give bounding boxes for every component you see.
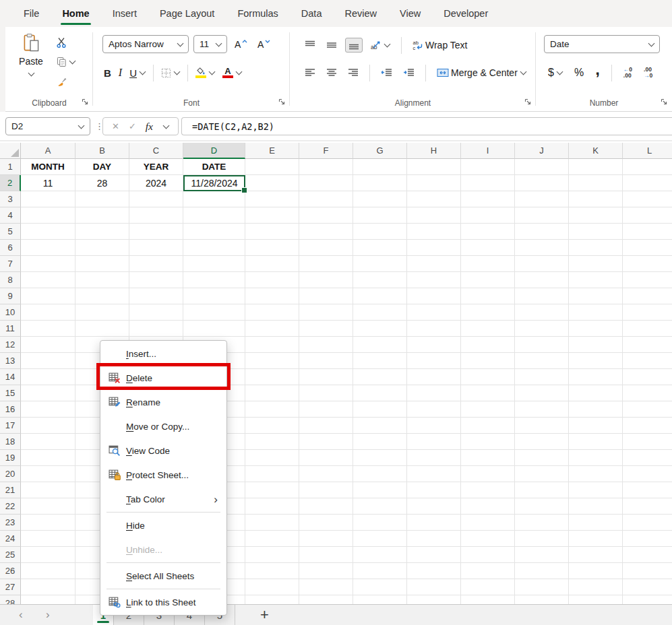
cell-j23[interactable] (515, 515, 569, 531)
cell-c11[interactable] (129, 321, 183, 337)
cell-k23[interactable] (569, 515, 623, 531)
cell-f1[interactable] (299, 159, 353, 175)
cell-k9[interactable] (569, 288, 623, 304)
alignment-dialog-launcher[interactable] (524, 98, 532, 106)
cell-e23[interactable] (245, 515, 299, 531)
cell-j12[interactable] (515, 337, 569, 353)
cell-f19[interactable] (299, 450, 353, 466)
cell-c4[interactable] (129, 207, 183, 224)
menu-item-select-all-sheets[interactable]: Select All Sheets (100, 564, 226, 588)
cell-k10[interactable] (569, 304, 623, 321)
fill-color-button[interactable] (193, 66, 218, 79)
cell-h27[interactable] (407, 579, 461, 595)
cell-j26[interactable] (515, 563, 569, 579)
enter-button[interactable]: ✓ (129, 121, 136, 131)
cell-i11[interactable] (461, 321, 515, 337)
cell-f13[interactable] (299, 353, 353, 369)
column-header-i[interactable]: I (461, 143, 515, 159)
column-header-f[interactable]: F (299, 143, 353, 159)
cell-l13[interactable] (623, 353, 672, 369)
cell-f11[interactable] (299, 321, 353, 337)
cell-a22[interactable] (21, 498, 75, 515)
format-painter-button[interactable] (54, 75, 69, 88)
cell-i10[interactable] (461, 304, 515, 321)
new-sheet-button[interactable]: + (260, 605, 269, 625)
cell-a3[interactable] (21, 191, 75, 207)
row-header-19[interactable]: 19 (0, 450, 21, 466)
cell-e21[interactable] (245, 482, 299, 498)
cell-l26[interactable] (623, 563, 672, 579)
row-header-18[interactable]: 18 (0, 434, 21, 450)
cell-e28[interactable] (245, 595, 299, 604)
cell-a27[interactable] (21, 579, 75, 595)
borders-button[interactable] (158, 67, 183, 79)
cell-g26[interactable] (353, 563, 407, 579)
cell-h10[interactable] (407, 304, 461, 321)
cell-c7[interactable] (129, 256, 183, 272)
cell-g9[interactable] (353, 288, 407, 304)
cell-h6[interactable] (407, 240, 461, 256)
cell-l21[interactable] (623, 482, 672, 498)
cell-h8[interactable] (407, 272, 461, 288)
cell-h16[interactable] (407, 401, 461, 418)
cell-i21[interactable] (461, 482, 515, 498)
row-header-8[interactable]: 8 (0, 272, 21, 288)
cell-g7[interactable] (353, 256, 407, 272)
align-left-button[interactable] (302, 66, 318, 79)
row-header-20[interactable]: 20 (0, 466, 21, 482)
menu-item-move-or-copy[interactable]: Move or Copy... (100, 414, 226, 438)
row-header-26[interactable]: 26 (0, 563, 21, 579)
cell-b1[interactable]: DAY (75, 159, 129, 175)
cell-f12[interactable] (299, 337, 353, 353)
cell-i12[interactable] (461, 337, 515, 353)
cell-i5[interactable] (461, 224, 515, 240)
column-header-j[interactable]: J (515, 143, 569, 159)
cell-a4[interactable] (21, 207, 75, 224)
cell-k20[interactable] (569, 466, 623, 482)
row-header-16[interactable]: 16 (0, 401, 21, 418)
cell-d8[interactable] (183, 272, 245, 288)
cell-k13[interactable] (569, 353, 623, 369)
cell-g12[interactable] (353, 337, 407, 353)
align-middle-button[interactable] (324, 38, 340, 52)
column-header-g[interactable]: G (353, 143, 407, 159)
cell-a15[interactable] (21, 385, 75, 401)
row-header-22[interactable]: 22 (0, 498, 21, 515)
cell-f2[interactable] (299, 175, 353, 191)
row-header-7[interactable]: 7 (0, 256, 21, 272)
copy-button[interactable] (54, 55, 78, 69)
cell-j19[interactable] (515, 450, 569, 466)
cell-i14[interactable] (461, 369, 515, 385)
cell-g18[interactable] (353, 434, 407, 450)
cell-c2[interactable]: 2024 (129, 175, 183, 191)
cell-j21[interactable] (515, 482, 569, 498)
cell-g20[interactable] (353, 466, 407, 482)
cell-a6[interactable] (21, 240, 75, 256)
cell-j18[interactable] (515, 434, 569, 450)
number-format-select[interactable]: Date (544, 35, 660, 53)
row-header-13[interactable]: 13 (0, 353, 21, 369)
cell-g21[interactable] (353, 482, 407, 498)
tab-file[interactable]: File (12, 0, 51, 27)
cell-g24[interactable] (353, 531, 407, 547)
cell-f9[interactable] (299, 288, 353, 304)
cell-j13[interactable] (515, 353, 569, 369)
accounting-format-button[interactable]: $ (545, 65, 566, 80)
cell-k21[interactable] (569, 482, 623, 498)
cell-g13[interactable] (353, 353, 407, 369)
cell-e13[interactable] (245, 353, 299, 369)
cell-c1[interactable]: YEAR (129, 159, 183, 175)
cell-c10[interactable] (129, 304, 183, 321)
cell-e11[interactable] (245, 321, 299, 337)
insert-function-button[interactable]: fx (146, 121, 153, 133)
cell-e2[interactable] (245, 175, 299, 191)
increase-font-size-button[interactable]: A (232, 38, 251, 51)
decrease-font-size-button[interactable]: A (255, 38, 274, 51)
cell-d7[interactable] (183, 256, 245, 272)
cell-g28[interactable] (353, 595, 407, 604)
cell-c6[interactable] (129, 240, 183, 256)
cell-l14[interactable] (623, 369, 672, 385)
cell-f8[interactable] (299, 272, 353, 288)
cell-k14[interactable] (569, 369, 623, 385)
sheet-nav-right-icon[interactable]: › (46, 605, 50, 625)
